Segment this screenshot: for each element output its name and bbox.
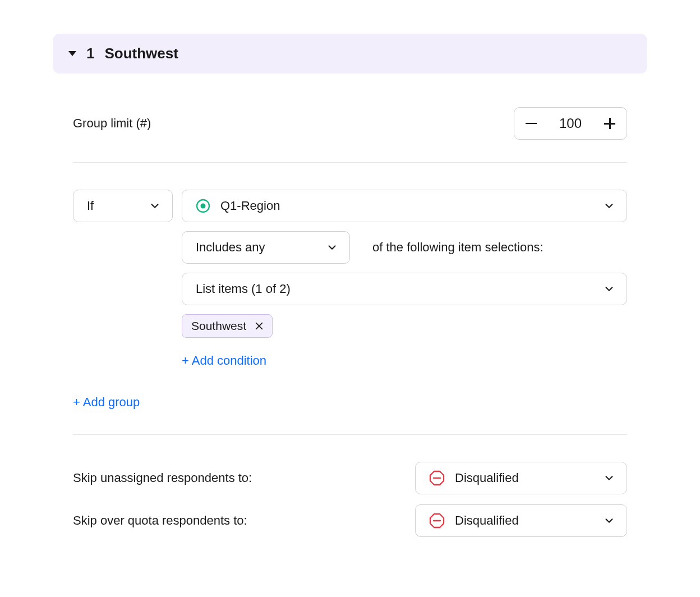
condition-row-2: Includes any of the following item selec… [182, 231, 627, 264]
close-icon [255, 322, 264, 330]
skip-unassigned-value: Disqualified [455, 471, 519, 485]
chevron-down-icon [603, 283, 615, 295]
chevron-down-icon [603, 515, 615, 527]
skip-unassigned-dropdown[interactable]: Disqualified [415, 462, 627, 494]
group-limit-row: Group limit (#) [53, 107, 647, 140]
quota-group-panel: 1 Southwest Group limit (#) If [18, 0, 682, 592]
question-dropdown[interactable]: Q1-Region [182, 190, 627, 222]
chevron-down-icon [149, 200, 161, 212]
add-condition-link[interactable]: + Add condition [182, 353, 266, 368]
disqualified-icon [429, 470, 445, 486]
group-title: Southwest [104, 45, 178, 62]
skip-overquota-dropdown[interactable]: Disqualified [415, 504, 627, 537]
condition-block: If Q1-Region Includes any of the followi… [53, 190, 647, 537]
chip-label: Southwest [191, 319, 246, 333]
add-group-row: + Add group [73, 395, 627, 410]
skip-unassigned-label: Skip unassigned respondents to: [73, 471, 252, 485]
triangle-down-icon [68, 51, 76, 56]
following-text: of the following item selections: [372, 240, 544, 255]
disqualified-icon [429, 513, 445, 529]
if-label: If [87, 199, 94, 213]
radio-icon [196, 199, 210, 213]
svg-point-1 [201, 204, 206, 209]
operator-label: Includes any [196, 240, 265, 255]
increment-button[interactable] [593, 108, 627, 139]
if-dropdown[interactable]: If [73, 190, 173, 222]
group-limit-input[interactable] [548, 116, 593, 131]
group-limit-stepper [514, 107, 627, 140]
skip-unassigned-row: Skip unassigned respondents to: Disquali… [73, 462, 627, 494]
decrement-button[interactable] [514, 108, 548, 139]
chip-southwest: Southwest [182, 314, 273, 338]
question-label: Q1-Region [220, 199, 280, 213]
chevron-down-icon [603, 200, 615, 212]
list-items-dropdown[interactable]: List items (1 of 2) [182, 273, 627, 305]
divider [73, 162, 627, 163]
skip-overquota-value: Disqualified [455, 513, 519, 528]
operator-dropdown[interactable]: Includes any [182, 231, 350, 264]
chip-remove-button[interactable] [254, 321, 264, 331]
chip-row: Southwest [182, 314, 627, 338]
add-group-link[interactable]: + Add group [73, 395, 140, 410]
group-header[interactable]: 1 Southwest [53, 34, 647, 74]
plus-icon [604, 118, 615, 129]
group-number: 1 [86, 45, 94, 62]
skip-overquota-row: Skip over quota respondents to: Disquali… [73, 504, 627, 537]
add-condition-row: + Add condition [182, 353, 627, 368]
group-limit-label: Group limit (#) [73, 116, 151, 131]
divider [73, 434, 627, 435]
condition-row-3: List items (1 of 2) [182, 273, 627, 305]
condition-row-1: If Q1-Region [73, 190, 627, 222]
minus-icon [526, 123, 537, 125]
list-items-label: List items (1 of 2) [196, 282, 291, 296]
chevron-down-icon [326, 241, 338, 254]
chevron-down-icon [603, 472, 615, 484]
skip-overquota-label: Skip over quota respondents to: [73, 513, 247, 528]
skip-section: Skip unassigned respondents to: Disquali… [73, 462, 627, 537]
